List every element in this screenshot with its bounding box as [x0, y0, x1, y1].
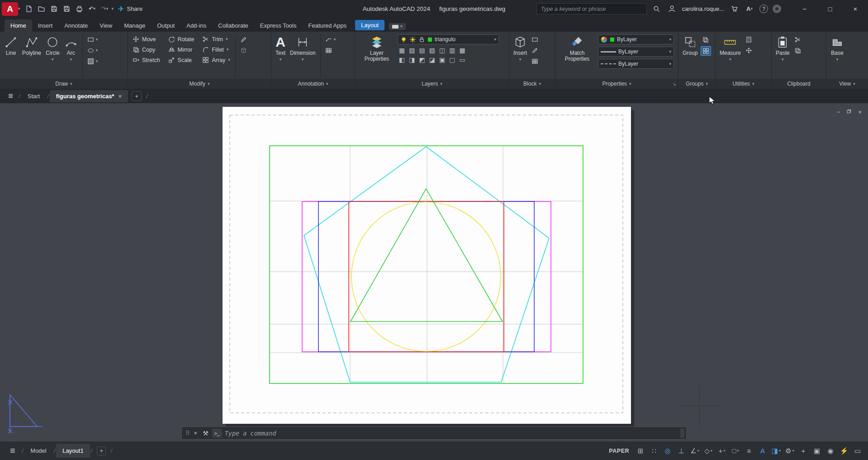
trim-button[interactable]: Trim▾	[200, 34, 232, 44]
viewport-close-icon[interactable]: ×	[858, 109, 862, 115]
customize-quick-access-caret-icon[interactable]: ▾	[112, 7, 114, 11]
annotation-scale-caret-icon[interactable]: ▾	[779, 449, 781, 453]
annotation-monitor-icon[interactable]: +	[797, 445, 809, 457]
leader-button[interactable]: ▾	[324, 35, 337, 44]
object-snap-caret-icon[interactable]: ▾	[737, 449, 739, 453]
create-block-button[interactable]	[530, 35, 540, 44]
layer-tool-icon[interactable]: ▥	[449, 47, 455, 54]
object-snap-tracking-caret-icon[interactable]: ▾	[723, 449, 725, 453]
file-tab-start[interactable]: Start	[21, 90, 46, 102]
dimension-caret-icon[interactable]: ▾	[302, 58, 304, 62]
cut-button[interactable]	[793, 35, 802, 44]
panel-label-properties[interactable]: Properties▾↘	[555, 79, 678, 89]
polar-tracking-icon[interactable]: ∠▾	[689, 445, 701, 457]
explode-button[interactable]	[239, 46, 248, 55]
hatch-caret-icon[interactable]: ▾	[96, 59, 98, 63]
object-color-caret-icon[interactable]: ▾	[669, 38, 671, 42]
table-button[interactable]	[324, 46, 337, 55]
account-button[interactable]	[667, 4, 678, 14]
panel-label-modify[interactable]: Modify▾	[128, 79, 271, 89]
minimize-button[interactable]: −	[792, 0, 817, 18]
lineweight-icon[interactable]: ≡	[743, 445, 755, 457]
layout1-tab[interactable]: Layout1	[56, 444, 90, 458]
layer-tool-icon[interactable]: ◨	[409, 56, 415, 63]
annotation-visibility-icon[interactable]: A	[757, 445, 768, 457]
new-file-button[interactable]	[23, 3, 35, 15]
layout-menu-icon[interactable]: ≡	[5, 446, 21, 456]
match-properties-button[interactable]: Match Properties	[558, 34, 596, 64]
stretch-button[interactable]: Stretch	[131, 55, 162, 65]
rectangle-green[interactable]	[270, 146, 583, 383]
search-input[interactable]	[536, 3, 647, 14]
annotation-scale-icon[interactable]: ◨▾	[770, 445, 782, 457]
undo-caret-icon[interactable]: ▾	[94, 7, 96, 11]
ribbon-tab-collaborate[interactable]: Collaborate	[212, 19, 254, 32]
grid-display-icon[interactable]: ⊞	[635, 445, 646, 457]
layer-tool-icon[interactable]: ◫	[439, 47, 445, 54]
layout-paper[interactable]	[223, 107, 631, 424]
layer-tool-icon[interactable]: ◩	[419, 56, 425, 63]
autodesk-apps-button[interactable]: A▾	[744, 4, 755, 14]
base-button[interactable]: Base▾	[829, 34, 845, 63]
panel-label-draw[interactable]: Draw▾	[0, 79, 128, 89]
leader-caret-icon[interactable]: ▾	[334, 38, 336, 42]
circle-caret-icon[interactable]: ▾	[52, 58, 54, 62]
mirror-button[interactable]: Mirror	[166, 45, 196, 54]
line-button[interactable]: Line	[3, 34, 19, 58]
clean-screen-icon[interactable]: ▭	[852, 445, 863, 457]
paste-button[interactable]: Paste▾	[774, 34, 791, 63]
file-tabs-menu-icon[interactable]: ≡	[4, 91, 18, 101]
array-caret-icon[interactable]: ▾	[228, 58, 230, 62]
copy-button[interactable]: Copy	[131, 45, 162, 54]
snap-mode-icon[interactable]: ∷	[648, 445, 660, 457]
panel-label-view[interactable]: View▾	[826, 79, 868, 89]
insert-caret-icon[interactable]: ▾	[519, 58, 522, 62]
app-menu-button[interactable]: A	[2, 2, 18, 16]
isolate-objects-icon[interactable]: ◉	[825, 445, 836, 457]
ribbon-tab-express-tools[interactable]: Express Tools	[254, 19, 303, 32]
layer-tool-icon[interactable]: ▩	[459, 47, 465, 54]
ortho-mode-icon[interactable]: ⊥	[675, 445, 687, 457]
panel-label-layers[interactable]: Layers▾	[355, 79, 509, 89]
panel-label-block[interactable]: Block▾	[509, 79, 555, 89]
new-tab-button[interactable]: +	[132, 91, 142, 101]
layer-tool-icon[interactable]: ◪	[429, 56, 435, 63]
help-button[interactable]: ?	[759, 5, 768, 13]
panel-label-utilities[interactable]: Utilities▾	[716, 79, 771, 89]
properties-dialog-launcher-icon[interactable]: ↘	[673, 81, 676, 86]
lineweight-caret-icon[interactable]: ▾	[669, 50, 671, 54]
base-caret-icon[interactable]: ▾	[836, 58, 839, 62]
triangle-green[interactable]	[351, 189, 503, 321]
app-menu-caret-icon[interactable]: ▾	[18, 7, 20, 11]
panel-label-groups[interactable]: Groups▾	[678, 79, 715, 89]
recent-commands-icon[interactable]: >_	[212, 429, 222, 438]
object-color-select[interactable]: ByLayer ▾	[598, 34, 674, 44]
layer-tool-icon[interactable]: ▦	[399, 47, 405, 54]
command-grip-icon[interactable]: ⠿	[184, 430, 191, 436]
ribbon-tab-home[interactable]: Home	[5, 19, 32, 32]
isometric-drafting-caret-icon[interactable]: ▾	[711, 449, 712, 453]
workspace-switching-caret-icon[interactable]: ▾	[792, 449, 794, 453]
fillet-caret-icon[interactable]: ▾	[227, 48, 229, 52]
redo-caret-icon[interactable]: ▾	[106, 7, 109, 11]
linetype-select[interactable]: ByLayer ▾	[598, 59, 674, 69]
text-caret-icon[interactable]: ▾	[280, 58, 282, 62]
group-edit-button[interactable]	[701, 46, 711, 56]
viewport-minimize-icon[interactable]: −	[837, 109, 840, 115]
text-button[interactable]: AText▾	[274, 34, 287, 63]
layer-tool-icon[interactable]: ◧	[399, 56, 405, 63]
app-store-button[interactable]	[729, 4, 740, 14]
rectangle-blue[interactable]	[318, 201, 534, 352]
ribbon-tab-layout[interactable]: Layout	[355, 20, 384, 30]
layer-tool-icon[interactable]: ▭	[459, 56, 465, 63]
rectangle-caret-icon[interactable]: ▾	[96, 38, 98, 42]
erase-button[interactable]	[239, 35, 248, 44]
define-attributes-button[interactable]	[530, 46, 540, 55]
trim-caret-icon[interactable]: ▾	[226, 37, 228, 41]
layer-tool-icon[interactable]: ▧	[409, 47, 415, 54]
ribbon-tab-view[interactable]: View	[94, 19, 118, 32]
object-snap-icon[interactable]: □▾	[730, 445, 741, 457]
viewport-restore-icon[interactable]	[846, 109, 852, 114]
layer-properties-button[interactable]: Layer Properties	[358, 34, 396, 64]
rectangle-tool-button[interactable]: ▾	[86, 35, 100, 44]
